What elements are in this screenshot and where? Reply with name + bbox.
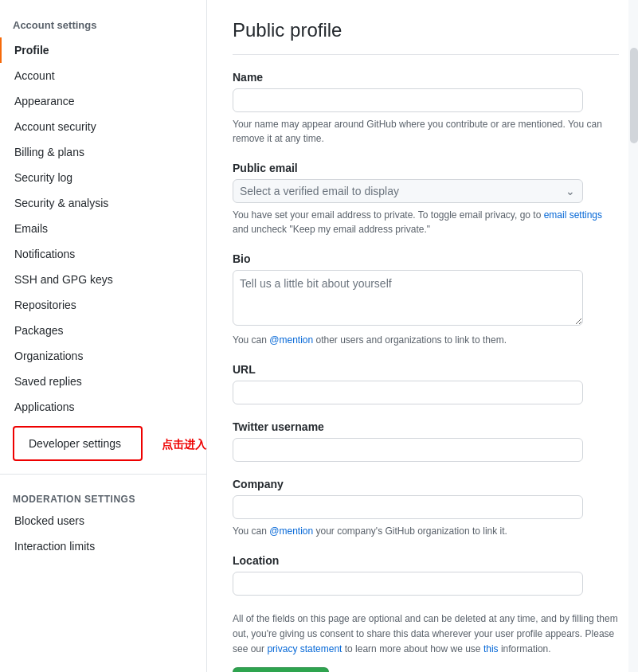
sidebar-item-emails[interactable]: Emails — [0, 216, 206, 241]
url-input[interactable] — [233, 381, 583, 404]
sidebar-item-repositories[interactable]: Repositories — [0, 292, 206, 318]
this-link[interactable]: this — [483, 643, 499, 654]
sidebar-item-notifications[interactable]: Notifications — [0, 241, 206, 267]
location-input[interactable] — [233, 572, 583, 596]
footer-note: All of the fields on this page are optio… — [233, 611, 619, 658]
email-group: Public email Select a verified email to … — [233, 162, 619, 236]
app-layout: Account settings Profile Account Appeara… — [0, 0, 638, 672]
sidebar-item-blocked-users[interactable]: Blocked users — [0, 508, 206, 533]
sidebar-item-billing-plans[interactable]: Billing & plans — [0, 139, 206, 165]
twitter-label: Twitter username — [233, 420, 619, 433]
url-group: URL — [233, 363, 619, 404]
email-note: You have set your email address to priva… — [233, 208, 619, 236]
twitter-group: Twitter username — [233, 420, 619, 462]
sidebar-item-account-security[interactable]: Account security — [0, 114, 206, 139]
email-settings-link[interactable]: email settings — [544, 209, 602, 221]
scrollbar-track[interactable] — [628, 0, 638, 672]
privacy-statement-link[interactable]: privacy statement — [267, 643, 342, 654]
bio-mention: @mention — [269, 334, 313, 346]
bio-note: You can @mention other users and organiz… — [233, 333, 619, 347]
sidebar-item-profile[interactable]: Profile — [0, 37, 206, 63]
sidebar-item-account[interactable]: Account — [0, 63, 206, 88]
sidebar-item-developer-settings[interactable]: Developer settings — [14, 431, 141, 456]
company-group: Company You can @mention your company's … — [233, 478, 619, 538]
sidebar-item-security-analysis[interactable]: Security & analysis — [0, 190, 206, 216]
moderation-section-label: Moderation settings — [0, 481, 206, 508]
company-label: Company — [233, 478, 619, 490]
sidebar-item-ssh-gpg[interactable]: SSH and GPG keys — [0, 267, 206, 292]
sidebar-header: Account settings — [0, 13, 206, 37]
page-title: Public profile — [233, 19, 619, 55]
sidebar-item-organizations[interactable]: Organizations — [0, 343, 206, 369]
twitter-input[interactable] — [233, 438, 583, 462]
company-input[interactable] — [233, 495, 583, 519]
url-label: URL — [233, 363, 619, 376]
email-select-wrapper: Select a verified email to display — [233, 179, 583, 203]
location-label: Location — [233, 554, 619, 567]
sidebar-item-interaction-limits[interactable]: Interaction limits — [0, 533, 206, 559]
annotation-developer: 点击进入 — [162, 435, 206, 452]
location-group: Location — [233, 554, 619, 596]
company-note: You can @mention your company's GitHub o… — [233, 524, 619, 538]
email-select[interactable]: Select a verified email to display — [233, 179, 583, 203]
bio-textarea[interactable] — [233, 270, 583, 326]
sidebar-item-security-log[interactable]: Security log — [0, 165, 206, 190]
save-button[interactable]: Update profile — [233, 667, 329, 672]
sidebar: Account settings Profile Account Appeara… — [0, 0, 207, 672]
name-label: Name — [233, 71, 619, 84]
name-note: Your name may appear around GitHub where… — [233, 117, 619, 146]
sidebar-item-appearance[interactable]: Appearance — [0, 88, 206, 114]
scrollbar-thumb[interactable] — [630, 48, 638, 143]
bio-group: Bio You can @mention other users and org… — [233, 252, 619, 347]
name-group: Name Your name may appear around GitHub … — [233, 71, 619, 146]
sidebar-item-saved-replies[interactable]: Saved replies — [0, 369, 206, 394]
sidebar-item-packages[interactable]: Packages — [0, 318, 206, 343]
email-label: Public email — [233, 162, 619, 174]
bio-label: Bio — [233, 252, 619, 265]
name-input[interactable] — [233, 88, 583, 112]
company-mention: @mention — [269, 525, 313, 537]
main-content: Public profile Name Your name may appear… — [207, 0, 638, 672]
sidebar-divider — [0, 474, 206, 475]
sidebar-item-applications[interactable]: Applications — [0, 394, 206, 420]
